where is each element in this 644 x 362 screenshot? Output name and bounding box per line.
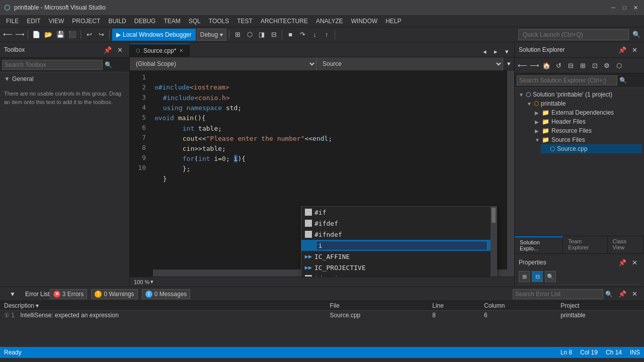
ac-item-if[interactable]: #if (301, 207, 491, 218)
se-source-files-node[interactable]: ▼ 📁 Source Files (533, 135, 642, 144)
error-panel-pin[interactable]: 📌 (617, 289, 628, 300)
step-into-button[interactable]: ↓ (309, 29, 320, 40)
maximize-button[interactable]: □ (620, 3, 629, 12)
minimize-button[interactable]: ─ (609, 3, 618, 12)
toolbox-pin-button[interactable]: 📌 (102, 44, 113, 55)
se-project-node[interactable]: ▼ ⬡ printtable (525, 99, 642, 108)
step-out-button[interactable]: ↑ (321, 29, 332, 40)
back-button[interactable]: ⟵ (2, 29, 13, 40)
se-search-input[interactable] (517, 75, 617, 85)
se-external-deps-node[interactable]: ▶ 📁 External Dependencies (533, 108, 642, 117)
se-tab-team-explorer[interactable]: Team Explorer (563, 236, 607, 253)
zoom-dropdown[interactable]: ▾ (150, 279, 153, 285)
scope-dropdown[interactable]: (Global Scope) (130, 57, 316, 70)
menu-project[interactable]: PROJECT (68, 15, 104, 27)
se-forward-button[interactable]: ⟶ (529, 60, 540, 71)
props-close-button[interactable]: ✕ (629, 257, 640, 268)
close-button[interactable]: ✕ (631, 3, 640, 12)
props-alphabetical-button[interactable]: ⊟ (532, 271, 543, 282)
ac-item-ifdef[interactable]: #ifdef (301, 218, 491, 229)
ac-scrollbar[interactable] (491, 207, 497, 277)
toolbar-btn-3[interactable]: ◨ (256, 29, 267, 40)
error-search-input[interactable] (513, 289, 603, 299)
se-back-button[interactable]: ⟵ (517, 60, 528, 71)
ac-item-i[interactable] (301, 240, 491, 251)
error-filter-warnings[interactable]: ! 0 Warnings (91, 289, 137, 299)
forward-button[interactable]: ⟶ (14, 29, 25, 40)
menu-window[interactable]: WINDOW (347, 15, 382, 27)
se-navigate-button[interactable]: ⬡ (613, 60, 624, 71)
menu-help[interactable]: HELP (381, 15, 405, 27)
se-tab-class-view[interactable]: Class View (608, 236, 644, 253)
function-dropdown[interactable]: Source (316, 57, 503, 70)
se-collapse-button[interactable]: ⊟ (565, 60, 576, 71)
se-solution-node[interactable]: ▼ ⬡ Solution 'printtable' (1 project) (517, 90, 642, 99)
props-categorized-button[interactable]: ⊞ (519, 271, 530, 282)
ac-item-ic-affine[interactable]: ▶▶ IC_AFFINE (301, 251, 491, 262)
col-project[interactable]: Project (556, 301, 644, 311)
undo-button[interactable]: ↩ (84, 29, 95, 40)
se-settings-button[interactable]: ⚙ (601, 60, 612, 71)
error-filter-messages[interactable]: i 0 Messages (142, 289, 191, 299)
open-file-button[interactable]: 📂 (43, 29, 54, 40)
menu-test[interactable]: TEST (233, 15, 257, 27)
source-tab[interactable]: ⬡ Source.cpp* ✕ (130, 44, 190, 57)
menu-view[interactable]: VIEW (45, 15, 68, 27)
toolbar-btn-4[interactable]: ⊟ (268, 29, 279, 40)
col-column[interactable]: Column (480, 301, 556, 311)
col-description[interactable]: Description ▾ (0, 301, 326, 311)
quick-launch-search-icon[interactable]: 🔍 (631, 29, 642, 40)
ac-item-ifndef[interactable]: #ifndef (301, 229, 491, 240)
menu-team[interactable]: TEAM (159, 15, 184, 27)
col-file[interactable]: File (326, 301, 429, 311)
toolbar-btn-1[interactable]: ⊞ (232, 29, 243, 40)
se-resource-files-node[interactable]: ▶ 📁 Resource Files (533, 126, 642, 135)
toolbox-search-input[interactable] (2, 60, 103, 70)
debug-mode-dropdown[interactable]: Debug ▾ (197, 29, 226, 41)
error-panel-close[interactable]: ✕ (629, 289, 640, 300)
redo-button[interactable]: ↪ (96, 29, 107, 40)
ac-item-identity[interactable]: identity (301, 273, 491, 277)
menu-tools[interactable]: TOOLS (205, 15, 233, 27)
editor-scroll-left[interactable]: ◂ (479, 46, 490, 57)
source-tab-close[interactable]: ✕ (179, 48, 183, 53)
col-line[interactable]: Line (428, 301, 480, 311)
props-search-button[interactable]: 🔍 (545, 271, 556, 282)
editor-dropdown-button[interactable]: ▾ (501, 46, 512, 57)
toolbox-general-header[interactable]: ▼ General (4, 74, 125, 83)
editor-scroll-right[interactable]: ▸ (490, 46, 501, 57)
se-source-cpp-node[interactable]: ⬡ Source.cpp (541, 144, 642, 153)
menu-build[interactable]: BUILD (104, 15, 130, 27)
ac-item-ic-projective[interactable]: ▶▶ IC_PROJECTIVE (301, 262, 491, 273)
ac-input-field[interactable] (316, 241, 488, 250)
toolbar-btn-2[interactable]: ⬡ (244, 29, 255, 40)
start-debug-button[interactable]: ▶ Local Windows Debugger (112, 29, 196, 41)
step-over-button[interactable]: ↷ (297, 29, 308, 40)
se-close-button[interactable]: ✕ (629, 44, 640, 55)
menu-debug[interactable]: DEBUG (130, 15, 160, 27)
menu-file[interactable]: FILE (2, 15, 23, 27)
scope-dropdown-btn[interactable]: ▾ (503, 58, 514, 69)
se-filter-button[interactable]: ⊡ (589, 60, 600, 71)
menu-analyze[interactable]: ANALYZE (312, 15, 347, 27)
menu-edit[interactable]: EDIT (23, 15, 44, 27)
editor-scrollbar-vertical[interactable] (507, 70, 514, 277)
se-toggle-button[interactable]: ⊞ (577, 60, 588, 71)
toolbox-close-button[interactable]: ✕ (114, 44, 125, 55)
se-header-files-node[interactable]: ▶ 📁 Header Files (533, 117, 642, 126)
se-tab-solution-explorer[interactable]: Solution Explo... (515, 236, 563, 253)
quick-launch-input[interactable] (518, 29, 629, 40)
stop-button[interactable]: ■ (285, 29, 296, 40)
save-button[interactable]: 💾 (55, 29, 66, 40)
props-pin-button[interactable]: 📌 (617, 257, 628, 268)
error-filter-button[interactable]: ▼ (8, 290, 17, 299)
save-all-button[interactable]: ⬛ (67, 29, 78, 40)
menu-architecture[interactable]: ARCHITECTURE (257, 15, 312, 27)
error-filter-errors[interactable]: ✕ 3 Errors (50, 289, 88, 299)
se-pin-button[interactable]: 📌 (617, 44, 628, 55)
se-properties-button[interactable]: 🏠 (541, 60, 552, 71)
error-row-1[interactable]: ① 1 IntelliSense: expected an expression… (0, 311, 644, 320)
code-editor[interactable]: 1 2 3 4 5 6 7 8 9 10 ⊟#include<iostream>… (130, 70, 514, 277)
se-refresh-button[interactable]: ↺ (553, 60, 564, 71)
menu-sql[interactable]: SQL (185, 15, 205, 27)
